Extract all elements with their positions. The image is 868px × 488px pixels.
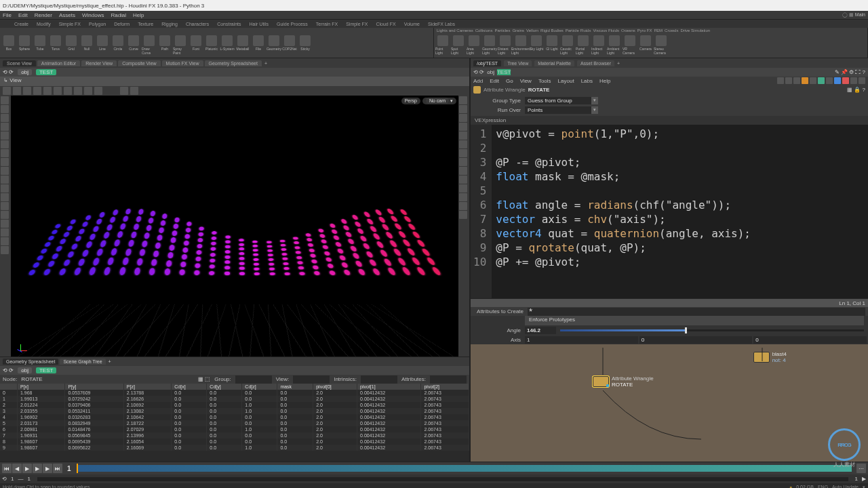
tab-motionfx-view[interactable]: Motion FX View: [162, 60, 203, 66]
play-back-button[interactable]: ▶: [22, 464, 32, 473]
shelf-tool[interactable]: Point Light: [435, 34, 450, 56]
network-editor[interactable]: Attribute Wrangle ROTATE blast4 not: 4: [471, 344, 868, 462]
shelf-tool[interactable]: COP2Net: [282, 34, 297, 56]
display-flag-icon[interactable]: [802, 77, 808, 84]
viewport-path[interactable]: ⟲ ⟳ objTEST: [0, 68, 469, 77]
run-over-select[interactable]: Points: [525, 106, 591, 114]
view-filter-input[interactable]: [293, 375, 330, 384]
viewport-pane: Scene View Animation Editor Render View …: [0, 58, 470, 357]
shelf-tab-strip: Create Modify Simple FX Polygon Deform T…: [0, 20, 868, 28]
shelf-tool[interactable]: Font: [189, 34, 203, 56]
network-menu: Add Edit Go View Tools Layout Labs Help: [471, 77, 868, 85]
angle-value[interactable]: 146.2: [525, 327, 556, 334]
shelf-tool[interactable]: Platonic: [204, 34, 219, 56]
watermark-logo: RRCG 人人素材: [823, 428, 865, 470]
shelf-tool[interactable]: File: [251, 34, 266, 56]
timeline-track[interactable]: [77, 465, 852, 472]
shelf-tool[interactable]: Box: [1, 34, 16, 56]
shelf-tool[interactable]: Geometry: [267, 34, 281, 56]
shelf-tool[interactable]: Sky Light: [529, 34, 544, 56]
view-label: ↳ View: [0, 77, 469, 86]
tab-anim-editor[interactable]: Animation Editor: [37, 60, 80, 66]
tab-geospread[interactable]: Geometry Spreadsheet: [205, 60, 262, 66]
shelf-tool[interactable]: VR Camera: [623, 34, 637, 56]
menu-windows[interactable]: Windows: [82, 12, 104, 18]
shelf-tool[interactable]: Indirect Light: [591, 34, 606, 56]
current-frame[interactable]: 1: [64, 465, 74, 472]
wrangle-icon: [473, 86, 481, 94]
shelf-tool[interactable]: Portal Light: [576, 34, 591, 56]
menu-assets[interactable]: Assets: [59, 12, 75, 18]
axis-x-input[interactable]: 1: [525, 336, 638, 344]
shelf-tool[interactable]: Camera: [638, 34, 653, 56]
prev-frame-button[interactable]: ◀: [12, 464, 22, 473]
shelf-tool[interactable]: Grid: [64, 34, 79, 56]
group-filter-input[interactable]: [235, 375, 272, 384]
shelf-tool[interactable]: Distant Light: [498, 34, 513, 56]
spreadsheet-table[interactable]: P[x]P[y]P[z]Cd[x]Cd[y]Cd[z]maskpivot[0]p…: [0, 384, 469, 462]
vex-code-editor[interactable]: 12345678910 v@pivot = point(1,"P",0); @P…: [471, 125, 868, 298]
viewport-tabs: Scene View Animation Editor Render View …: [0, 58, 469, 68]
code-status: Ln 1, Col 1: [471, 298, 868, 307]
shelf-tool[interactable]: Circle: [111, 34, 125, 56]
shelf-tool[interactable]: Null: [79, 34, 94, 56]
attrs-to-create-input[interactable]: [528, 308, 865, 316]
shelf-tool[interactable]: GI Light: [545, 34, 559, 56]
axis-y-input[interactable]: 0: [639, 336, 753, 344]
tab-geo-spreadsheet[interactable]: Geometry Spreadsheet: [3, 359, 58, 365]
shelf-tool[interactable]: Ambient Light: [607, 34, 622, 56]
shelf-tool[interactable]: Draw Curve: [142, 34, 157, 56]
tab-scene-view[interactable]: Scene View: [3, 60, 36, 66]
shelf-tool[interactable]: Environment Light: [513, 34, 528, 56]
tab-render-view[interactable]: Render View: [81, 60, 117, 66]
shelf-tool[interactable]: Torus: [48, 34, 63, 56]
rotate-tool-icon[interactable]: [1, 114, 9, 122]
shelf-tool[interactable]: L-System: [220, 34, 235, 56]
shelf-tool[interactable]: Area Light: [467, 34, 481, 56]
shelf-tool[interactable]: Geometry Light: [482, 34, 497, 56]
shelf-tool[interactable]: Line: [95, 34, 110, 56]
node-header: Attribute Wrangle ROTATE ▦ 🔒 ?: [471, 85, 868, 94]
shelf-tool[interactable]: Tube: [33, 34, 47, 56]
select-tool-icon[interactable]: [1, 96, 9, 104]
net-tab[interactable]: /obj/TEST: [473, 60, 501, 66]
scale-tool-icon[interactable]: [1, 123, 9, 131]
window-title: D:/UDEMY/Mystique/Mystique/mystique_effe…: [0, 0, 868, 11]
shelf-tool[interactable]: Spray Paint: [173, 34, 188, 56]
timeline-range: ⟲ 1 — 1 1 ▶: [0, 474, 868, 483]
shelf-tool[interactable]: Spot Light: [451, 34, 466, 56]
menu-file[interactable]: File: [3, 12, 12, 18]
menu-edit[interactable]: Edit: [18, 12, 28, 18]
shelf-tool[interactable]: Caustic Light: [560, 34, 575, 56]
enforce-prototypes-toggle[interactable]: Enforce Prototypes: [525, 316, 864, 325]
last-frame-button[interactable]: ⏭: [53, 464, 62, 473]
axis-z-input[interactable]: 0: [753, 336, 867, 344]
shelf-tool[interactable]: Stereo Camera: [654, 34, 669, 56]
spreadsheet-pane: Geometry Spreadsheet Scene Graph Tree + …: [0, 357, 470, 462]
menu-help[interactable]: Help: [133, 12, 144, 18]
shelf-tool[interactable]: Curve: [126, 34, 141, 56]
main-menu: File Edit Render Assets Windows Radial H…: [0, 11, 868, 20]
play-button[interactable]: ▶: [33, 464, 42, 473]
menu-radial[interactable]: Radial: [111, 12, 126, 18]
menu-render[interactable]: Render: [35, 12, 52, 18]
status-bar: Hold down Ctrl to snap to rounded values…: [0, 483, 868, 488]
viewport-canvas[interactable]: Persp No cam ▾: [11, 96, 458, 357]
angle-slider[interactable]: [560, 329, 864, 331]
shelf-tool[interactable]: Path: [157, 34, 172, 56]
shelf-tool[interactable]: Sticky: [298, 34, 313, 56]
parameter-pane: /obj/TEST Tree View Material Palette Ass…: [470, 58, 868, 462]
vp-tool-icon[interactable]: [3, 87, 11, 95]
move-tool-icon[interactable]: [1, 105, 9, 113]
shelf-tool[interactable]: Metaball: [235, 34, 250, 56]
camera-select[interactable]: No cam ▾: [422, 98, 456, 104]
group-type-select[interactable]: Guess from Group: [525, 97, 591, 104]
tab-composite-view[interactable]: Composite View: [118, 60, 160, 66]
tab-scene-graph-tree[interactable]: Scene Graph Tree: [60, 359, 105, 365]
viewport-toolbar: [0, 86, 469, 96]
persp-toggle[interactable]: Persp: [401, 98, 420, 104]
shelf-tool[interactable]: Sphere: [17, 34, 32, 56]
tool-shelf: BoxSphereTubeTorusGridNullLineCircleCurv…: [0, 28, 868, 58]
first-frame-button[interactable]: ⏮: [2, 464, 12, 473]
next-frame-button[interactable]: ▶: [43, 464, 52, 473]
